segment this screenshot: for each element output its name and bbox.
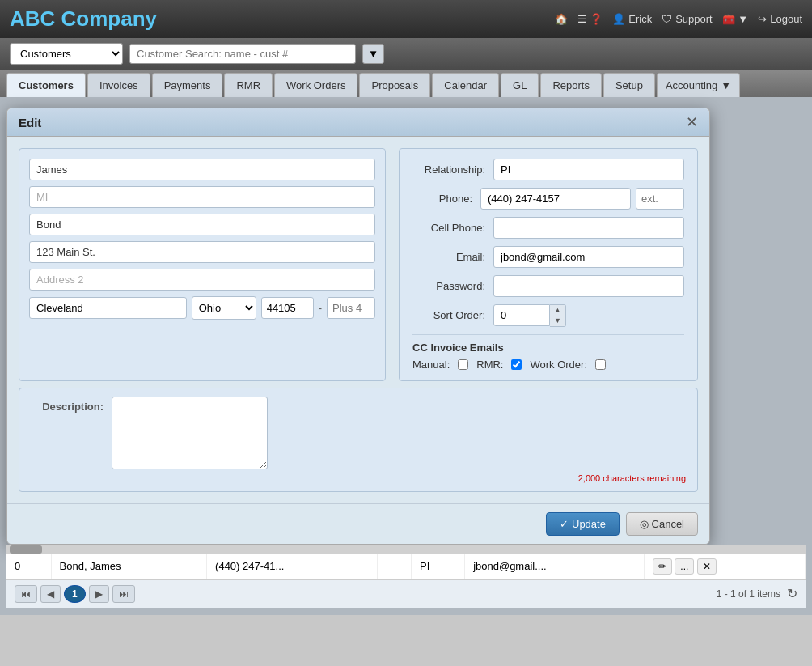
address2-input[interactable] [29, 269, 375, 291]
cancel-button[interactable]: ◎ Cancel [626, 512, 698, 536]
tab-proposals[interactable]: Proposals [359, 73, 430, 97]
more-button[interactable]: ... [675, 558, 694, 575]
home-button[interactable]: 🏠 [555, 13, 568, 25]
tab-rmr[interactable]: RMR [224, 73, 273, 97]
user-button[interactable]: 👤 Erick [612, 13, 652, 25]
tab-reports[interactable]: Reports [540, 73, 602, 97]
manual-label: Manual: [412, 358, 450, 371]
mi-input[interactable] [29, 186, 375, 208]
cell-phone-row: Cell Phone: [412, 217, 684, 239]
edit-row-button[interactable]: ✏ [653, 558, 672, 575]
page-nav: ⏮ ◀ 1 ▶ ⏭ [15, 585, 135, 603]
email-input[interactable] [493, 246, 684, 268]
tab-gl[interactable]: GL [501, 73, 539, 97]
cc-invoice-row: Manual: RMR: Work Order: [412, 358, 684, 371]
tab-setup[interactable]: Setup [603, 73, 655, 97]
sort-down-button[interactable]: ▼ [550, 316, 565, 326]
accounting-chevron: ▼ [721, 79, 731, 91]
modal-title: Edit [19, 116, 41, 129]
description-label: Description: [31, 397, 104, 413]
modal-body: Ohio - Relationship: Phone: [7, 137, 709, 503]
menu-button[interactable]: ☰ ❓ [577, 13, 603, 25]
current-page[interactable]: 1 [64, 585, 86, 603]
search-input[interactable] [129, 44, 356, 64]
tab-invoices[interactable]: Invoices [87, 73, 150, 97]
description-section: Description: 2,000 characters remaining [19, 388, 698, 492]
phone-fields [480, 188, 684, 210]
support-button[interactable]: 🛡 Support [662, 13, 713, 25]
last-name-input[interactable] [29, 214, 375, 235]
phone-label: Phone: [412, 193, 480, 205]
page-total: 1 - 1 of 1 items [717, 588, 780, 600]
sort-order-input[interactable] [493, 304, 550, 326]
update-button[interactable]: ✓ Update [546, 512, 620, 536]
table-cell-name: Bond, James [51, 554, 206, 579]
relationship-row: Relationship: [412, 159, 684, 180]
nav-tabs: Customers Invoices Payments RMR Work Ord… [0, 70, 812, 97]
cc-invoice-section: CC Invoice Emails Manual: RMR: Work Orde… [412, 334, 684, 371]
table-cell-sort: 0 [6, 554, 51, 579]
phone-row: Phone: [412, 188, 684, 210]
table-cell-relationship: PI [411, 554, 464, 579]
customer-select[interactable]: Customers [10, 43, 123, 65]
prev-page-button[interactable]: ◀ [40, 585, 61, 603]
header: ABC Company 🏠 ☰ ❓ 👤 Erick 🛡 Support 🧰 ▼ … [0, 0, 812, 38]
description-container: 2,000 characters remaining [112, 397, 686, 483]
horizontal-scrollbar[interactable] [6, 545, 806, 554]
modal-close-button[interactable]: ✕ [686, 115, 698, 129]
logout-button[interactable]: ↪ Logout [758, 13, 802, 25]
data-table: 0 Bond, James (440) 247-41... PI jbond@g… [6, 554, 806, 579]
edit-modal: Edit ✕ Ohio - [6, 108, 710, 545]
cell-phone-input[interactable] [493, 217, 684, 239]
plus4-input[interactable] [327, 297, 375, 319]
email-row: Email: [412, 246, 684, 268]
password-label: Password: [412, 280, 493, 292]
zip-input[interactable] [261, 297, 314, 319]
work-order-label: Work Order: [530, 358, 587, 371]
tab-accounting[interactable]: Accounting ▼ [657, 73, 740, 97]
sort-up-button[interactable]: ▲ [550, 305, 565, 316]
left-panel: Ohio - [19, 148, 386, 381]
pagination: ⏮ ◀ 1 ▶ ⏭ 1 - 1 of 1 items ↻ [6, 579, 806, 608]
table-row: 0 Bond, James (440) 247-41... PI jbond@g… [6, 554, 806, 579]
last-page-button[interactable]: ⏭ [112, 585, 135, 603]
form-panels: Ohio - Relationship: Phone: [19, 148, 698, 381]
table-cell-empty [378, 554, 412, 579]
state-select[interactable]: Ohio [192, 296, 256, 320]
password-row: Password: [412, 275, 684, 297]
refresh-button[interactable]: ↻ [787, 586, 797, 601]
table-cell-phone: (440) 247-41... [207, 554, 378, 579]
relationship-input[interactable] [493, 159, 684, 180]
tab-customers[interactable]: Customers [6, 73, 86, 97]
search-dropdown-button[interactable]: ▼ [362, 44, 384, 64]
first-page-button[interactable]: ⏮ [15, 585, 37, 603]
rmr-label: RMR: [476, 358, 503, 371]
work-order-checkbox[interactable] [595, 359, 606, 370]
address1-input[interactable] [29, 241, 375, 263]
tab-calendar[interactable]: Calendar [432, 73, 499, 97]
rmr-checkbox[interactable] [511, 359, 522, 370]
tab-work-orders[interactable]: Work Orders [274, 73, 357, 97]
char-remaining: 2,000 characters remaining [112, 473, 686, 483]
zip-dash: - [319, 302, 322, 314]
next-page-button[interactable]: ▶ [89, 585, 109, 603]
tools-button[interactable]: 🧰 ▼ [722, 13, 748, 25]
password-input[interactable] [493, 275, 684, 297]
city-row: Ohio - [29, 296, 375, 320]
email-label: Email: [412, 251, 493, 263]
company-title: ABC Company [10, 6, 157, 32]
phone-input[interactable] [480, 188, 631, 210]
ext-input[interactable] [636, 188, 684, 210]
first-name-input[interactable] [29, 159, 375, 180]
main-content: Edit ✕ Ohio - [0, 97, 812, 615]
manual-checkbox[interactable] [458, 359, 468, 370]
city-input[interactable] [29, 297, 187, 319]
delete-row-button[interactable]: ✕ [697, 558, 717, 575]
modal-footer: ✓ Update ◎ Cancel [7, 503, 709, 544]
sort-order-field: ▲ ▼ [493, 304, 684, 327]
description-textarea[interactable] [112, 397, 268, 469]
scroll-thumb[interactable] [10, 545, 42, 554]
right-panel: Relationship: Phone: Cell Phone: [399, 148, 698, 381]
page-info: 1 - 1 of 1 items ↻ [717, 586, 797, 601]
tab-payments[interactable]: Payments [152, 73, 223, 97]
